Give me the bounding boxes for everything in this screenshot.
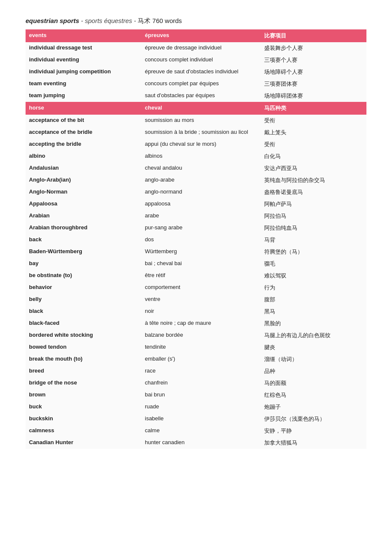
cell-fr: arabe xyxy=(141,210,261,222)
cell-en: individual jumping competition xyxy=(26,66,141,78)
table-row: back dos 马背 xyxy=(26,234,366,246)
table-row: Arabian arabe 阿拉伯马 xyxy=(26,210,366,222)
title-count: 760 words xyxy=(153,17,182,24)
cell-fr: concours complet individuel xyxy=(141,54,261,66)
table-row: Anglo-Norman anglo-normand 盎格鲁诺曼底马 xyxy=(26,186,366,198)
cell-en: calmness xyxy=(26,425,141,437)
table-row: team jumping saut d'obstacles par équipe… xyxy=(26,90,366,102)
cell-zh: 骝毛 xyxy=(261,258,366,270)
cell-zh: 场地障碍个人赛 xyxy=(261,66,366,78)
cell-zh: 腹部 xyxy=(261,294,366,306)
table-row: bay bai ; cheval bai 骝毛 xyxy=(26,258,366,270)
cell-en: break the mouth (to) xyxy=(26,353,141,365)
table-row: bordered white stocking balzane bordée 马… xyxy=(26,330,366,341)
table-row: Canadian Hunter hunter canadien 加拿大猎狐马 xyxy=(26,437,366,449)
cell-zh: 溜缰（动词） xyxy=(261,353,366,365)
cell-zh: 英纯血与阿拉伯的杂交马 xyxy=(261,174,366,186)
cell-fr: calme xyxy=(141,425,261,437)
cell-zh: 戴上笼头 xyxy=(261,127,366,139)
cell-zh: 场地障碍团体赛 xyxy=(261,90,366,102)
header-fr-0: épreuves xyxy=(141,29,261,42)
cell-zh: 三项赛团体赛 xyxy=(261,78,366,90)
section-header-1: horse cheval 马匹种类 xyxy=(26,102,366,115)
cell-en: brown xyxy=(26,389,141,401)
title-main: equestrian sports xyxy=(26,17,79,24)
table-row: bridge of the nose chanfrein 马的面额 xyxy=(26,377,366,389)
table-row: albino albinos 白化马 xyxy=(26,150,366,162)
table-row: Appaloosa appaloosa 阿帕卢萨马 xyxy=(26,198,366,210)
header-zh-0: 比赛项目 xyxy=(261,29,366,42)
cell-en: bordered white stocking xyxy=(26,330,141,341)
cell-en: individual dressage test xyxy=(26,42,141,54)
cell-zh: 阿拉伯纯血马 xyxy=(261,222,366,234)
cell-zh: 黑马 xyxy=(261,306,366,318)
cell-en: Anglo-Arab(ian) xyxy=(26,174,141,186)
cell-en: albino xyxy=(26,150,141,162)
cell-fr: ruade xyxy=(141,401,261,413)
table-row: belly ventre 腹部 xyxy=(26,294,366,306)
cell-en: bridge of the nose xyxy=(26,377,141,389)
cell-fr: isabelle xyxy=(141,413,261,425)
header-fr-1: cheval xyxy=(141,102,261,115)
cell-fr: pur-sang arabe xyxy=(141,222,261,234)
table-row: behavior comportement 行为 xyxy=(26,282,366,294)
cell-fr: race xyxy=(141,365,261,377)
cell-zh: 炮蹦子 xyxy=(261,401,366,413)
table-row: black noir 黑马 xyxy=(26,306,366,318)
cell-en: back xyxy=(26,234,141,246)
cell-en: team eventing xyxy=(26,78,141,90)
title-subtitle: - sports équestres - xyxy=(81,17,138,24)
cell-en: black-faced xyxy=(26,318,141,330)
cell-en: Arabian xyxy=(26,210,141,222)
table-row: breed race 品种 xyxy=(26,365,366,377)
cell-zh: 黑脸的 xyxy=(261,318,366,330)
cell-fr: saut d'obstacles par équipes xyxy=(141,90,261,102)
table-row: buckskin isabelle 伊莎贝尔（浅栗色的马） xyxy=(26,413,366,425)
table-row: bowed tendon tendinite 腱炎 xyxy=(26,341,366,353)
cell-en: Anglo-Norman xyxy=(26,186,141,198)
table-row: calmness calme 安静，平静 xyxy=(26,425,366,437)
cell-zh: 符腾堡的（马） xyxy=(261,246,366,258)
cell-en: Andalusian xyxy=(26,162,141,174)
cell-fr: soumission à la bride ; soumission au li… xyxy=(141,127,261,139)
vocab-table: events épreuves 比赛项目 individual dressage… xyxy=(26,29,366,449)
cell-fr: être rétif xyxy=(141,270,261,282)
cell-fr: noir xyxy=(141,306,261,318)
cell-en: acceptance of the bridle xyxy=(26,127,141,139)
cell-en: team jumping xyxy=(26,90,141,102)
cell-en: Canadian Hunter xyxy=(26,437,141,449)
header-zh-1: 马匹种类 xyxy=(261,102,366,115)
section-header-0: events épreuves 比赛项目 xyxy=(26,29,366,42)
cell-en: Arabian thoroughbred xyxy=(26,222,141,234)
cell-zh: 受衔 xyxy=(261,115,366,127)
cell-fr: à tête noire ; cap de maure xyxy=(141,318,261,330)
cell-zh: 品种 xyxy=(261,365,366,377)
cell-fr: bai ; cheval bai xyxy=(141,258,261,270)
cell-zh: 伊莎贝尔（浅栗色的马） xyxy=(261,413,366,425)
cell-zh: 阿拉伯马 xyxy=(261,210,366,222)
cell-fr: ventre xyxy=(141,294,261,306)
cell-en: belly xyxy=(26,294,141,306)
table-row: Andalusian cheval andalou 安达卢西亚马 xyxy=(26,162,366,174)
cell-fr: tendinite xyxy=(141,341,261,353)
table-row: be obstinate (to) être rétif 难以驾驭 xyxy=(26,270,366,282)
cell-en: accepting the bridle xyxy=(26,139,141,150)
cell-en: behavior xyxy=(26,282,141,294)
header-en-0: events xyxy=(26,29,141,42)
cell-fr: emballer (s') xyxy=(141,353,261,365)
table-row: black-faced à tête noire ; cap de maure … xyxy=(26,318,366,330)
cell-fr: cheval andalou xyxy=(141,162,261,174)
cell-zh: 行为 xyxy=(261,282,366,294)
cell-zh: 安达卢西亚马 xyxy=(261,162,366,174)
cell-zh: 阿帕卢萨马 xyxy=(261,198,366,210)
cell-en: buck xyxy=(26,401,141,413)
cell-zh: 红棕色马 xyxy=(261,389,366,401)
cell-en: buckskin xyxy=(26,413,141,425)
table-row: Anglo-Arab(ian) anglo-arabe 英纯血与阿拉伯的杂交马 xyxy=(26,174,366,186)
table-row: accepting the bridle appui (du cheval su… xyxy=(26,139,366,150)
table-row: individual jumping competition épreuve d… xyxy=(26,66,366,78)
cell-fr: albinos xyxy=(141,150,261,162)
cell-zh: 白化马 xyxy=(261,150,366,162)
table-row: individual eventing concours complet ind… xyxy=(26,54,366,66)
table-row: brown bai brun 红棕色马 xyxy=(26,389,366,401)
